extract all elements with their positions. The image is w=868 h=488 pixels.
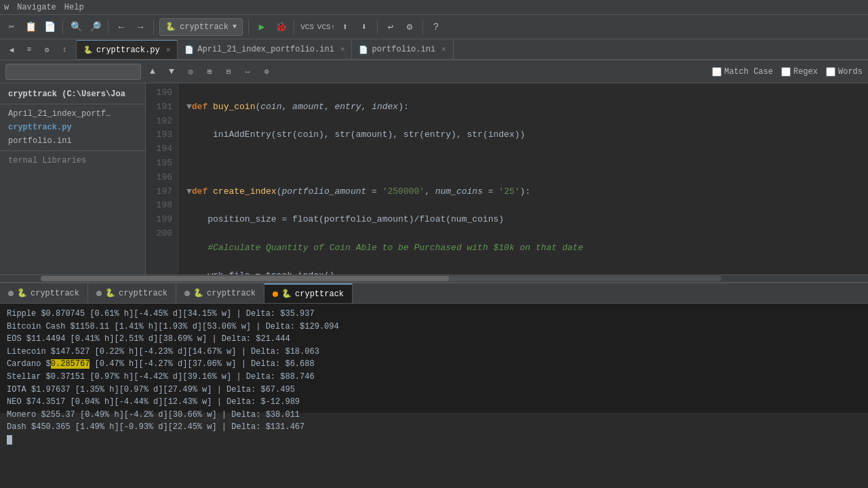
- code-content[interactable]: ▼def buy_coin(coin, amount, entry, index…: [178, 83, 868, 274]
- find-up-button[interactable]: ▲: [145, 64, 160, 79]
- nav-pin[interactable]: ↕: [57, 42, 72, 57]
- code-line-195: #Calculate Quantity of Coin Able to be P…: [186, 241, 860, 256]
- scrollbar-area: [0, 274, 868, 283]
- tab-close-april[interactable]: ×: [340, 45, 345, 54]
- sep7: [422, 20, 423, 35]
- find-input[interactable]: [5, 64, 141, 80]
- sidebar-item-april[interactable]: April_21_index_portf…: [0, 107, 145, 121]
- console-line-9: Dash $450.365 [1.49% h][-0.93% d][22.45%…: [7, 421, 861, 434]
- menu-navigate[interactable]: Navigate: [17, 3, 56, 12]
- line-200: 200: [151, 227, 172, 241]
- bottom-tab-4[interactable]: 🐍 crypttrack: [264, 283, 353, 303]
- sidebar-sep2: [0, 150, 145, 151]
- words-checkbox[interactable]: [826, 67, 835, 77]
- debug-button[interactable]: 🐞: [273, 20, 288, 35]
- find-layout-button[interactable]: ⊟: [221, 64, 236, 79]
- toolbar: ✂ 📋 📄 🔍 🔎 ← → 🐍 crypttrack ▼ ▶ 🐞 VCS VCS…: [0, 15, 868, 39]
- sep3: [153, 20, 154, 35]
- line-191: 191: [151, 100, 172, 115]
- code-line-191: iniAddEntry(str(coin), str(amount), str(…: [186, 128, 860, 142]
- sidebar-item-crypttrack[interactable]: crypttrack.py: [0, 121, 145, 134]
- highlight-cardano: 0.285767: [51, 359, 90, 369]
- menu-w[interactable]: w: [4, 3, 9, 12]
- find-down-button[interactable]: ▼: [164, 64, 179, 79]
- sidebar-item-external[interactable]: ternal Libraries: [0, 154, 145, 167]
- bottom-tab-py-icon-2: 🐍: [105, 288, 115, 298]
- match-case-checkbox[interactable]: [712, 67, 722, 77]
- py-icon: 🐍: [83, 45, 93, 54]
- project-icon: 🐍: [165, 22, 176, 32]
- bottom-tab-label-4: crypttrack: [295, 289, 344, 299]
- words-label: Words: [838, 67, 863, 77]
- line-190: 190: [151, 86, 172, 100]
- revert-button[interactable]: ↩: [383, 20, 398, 35]
- sidebar-item-portfolio[interactable]: portfolio.ini: [0, 134, 145, 148]
- console-line-5: Stellar $0.37151 [0.97% h][-4.42% d][39.…: [7, 371, 861, 384]
- back-button[interactable]: ←: [114, 20, 129, 35]
- find-wrap-button[interactable]: ↔: [240, 64, 255, 79]
- code-line-192: [186, 157, 860, 171]
- sep2: [108, 20, 108, 35]
- vcs1-button[interactable]: VCS: [300, 20, 315, 35]
- find-filter-button[interactable]: ⊞: [202, 64, 217, 79]
- bottom-tab-py-icon-3: 🐍: [193, 288, 203, 298]
- bottom-tab-1[interactable]: 🐍 crypttrack: [0, 283, 88, 303]
- tab-april-ini[interactable]: 📄 April_21_index_portfolio.ini ×: [178, 40, 352, 59]
- settings-button[interactable]: ⚙: [402, 20, 417, 35]
- main-area: crypttrack (C:\Users\Joa April_21_index_…: [0, 83, 868, 274]
- forward-button[interactable]: →: [133, 20, 148, 35]
- project-dropdown[interactable]: 🐍 crypttrack ▼: [159, 18, 243, 36]
- push-button[interactable]: ⬇: [357, 20, 372, 35]
- copy-button[interactable]: 📋: [23, 20, 38, 35]
- tab-crypttrack-py[interactable]: 🐍 crypttrack.py ×: [77, 40, 178, 59]
- bottom-tab-3[interactable]: 🐍 crypttrack: [176, 283, 264, 303]
- bottom-tab-label-3: crypttrack: [207, 289, 256, 298]
- tab-label-portfolio: portfolio.ini: [372, 45, 435, 54]
- sep5: [294, 20, 294, 35]
- cursor: [7, 435, 12, 445]
- match-case-group[interactable]: Match Case: [712, 67, 773, 77]
- paste-button[interactable]: 📄: [42, 20, 57, 35]
- zoom-out-button[interactable]: 🔎: [87, 20, 102, 35]
- commit-button[interactable]: ⬆: [338, 20, 353, 35]
- sidebar-project[interactable]: crypttrack (C:\Users\Joa: [0, 87, 145, 101]
- code-line-193: ▼def create_index(portfolio_amount = '25…: [186, 185, 860, 199]
- bottom-tab-py-icon-1: 🐍: [17, 288, 27, 298]
- bottom-tabs: 🐍 crypttrack 🐍 crypttrack 🐍 crypttrack 🐍…: [0, 283, 868, 304]
- tab-close-crypttrack[interactable]: ×: [166, 46, 171, 54]
- line-192: 192: [151, 115, 172, 129]
- bottom-panel: 🐍 crypttrack 🐍 crypttrack 🐍 crypttrack 🐍…: [0, 283, 868, 413]
- scrollbar-thumb[interactable]: [41, 276, 449, 281]
- find-settings-button[interactable]: ⚙: [259, 64, 274, 79]
- fold-193[interactable]: ▼: [186, 186, 192, 197]
- words-group[interactable]: Words: [826, 67, 863, 77]
- tab-portfolio-ini[interactable]: 📄 portfolio.ini ×: [352, 40, 453, 59]
- find-preview-button[interactable]: ◎: [183, 64, 198, 79]
- help-button[interactable]: ?: [429, 20, 443, 35]
- regex-group[interactable]: Regex: [781, 67, 818, 77]
- regex-label: Regex: [793, 67, 818, 77]
- bottom-tab-py-icon-4: 🐍: [281, 289, 292, 299]
- bottom-tab-2[interactable]: 🐍 crypttrack: [88, 283, 176, 303]
- tab-bar: 🐍 crypttrack.py × 📄 April_21_index_portf…: [77, 39, 868, 60]
- menu-help[interactable]: Help: [64, 3, 84, 12]
- vcs2-button[interactable]: VCS↑: [319, 20, 334, 35]
- regex-checkbox[interactable]: [781, 67, 791, 77]
- horizontal-scrollbar[interactable]: [41, 276, 722, 281]
- bottom-tab-label-2: crypttrack: [119, 289, 167, 298]
- tab-close-portfolio[interactable]: ×: [441, 45, 446, 54]
- fold-190[interactable]: ▼: [186, 102, 192, 112]
- nav-config[interactable]: ⚙: [39, 42, 54, 57]
- console-output: Ripple $0.870745 [0.61% h][-4.45% d][34.…: [0, 304, 868, 451]
- zoom-in-button[interactable]: 🔍: [68, 20, 83, 35]
- project-label: crypttrack: [180, 22, 229, 32]
- fold-191[interactable]: [186, 129, 192, 140]
- code-line-194: position_size = float(portfolio_amount)/…: [186, 213, 860, 227]
- sidebar-sep1: [0, 104, 145, 104]
- run-button[interactable]: ▶: [254, 20, 269, 35]
- nav-dropdown[interactable]: ≡: [22, 42, 37, 57]
- sidebar: crypttrack (C:\Users\Joa April_21_index_…: [0, 83, 146, 274]
- nav-back[interactable]: ◀: [4, 42, 19, 57]
- console-line-2: EOS $11.4494 [0.41% h][2.51% d][38.69% w…: [7, 333, 861, 346]
- cut-button[interactable]: ✂: [4, 20, 19, 35]
